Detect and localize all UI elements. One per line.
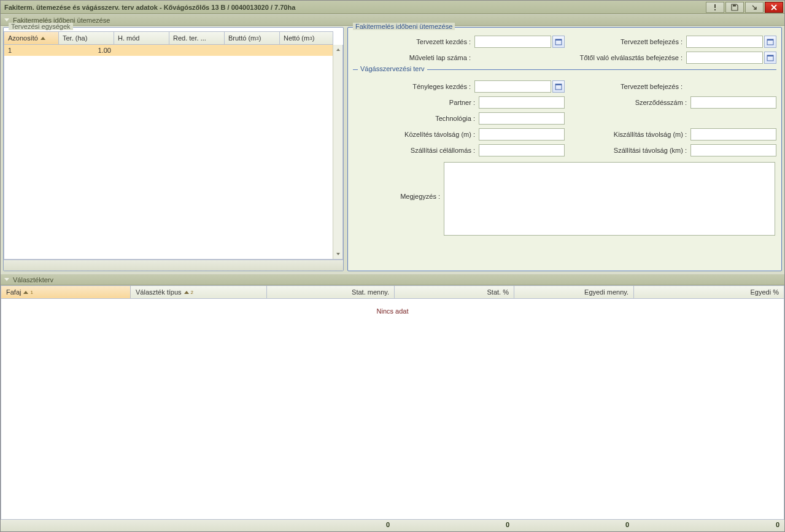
- section-title-2: Választékterv: [13, 276, 53, 283]
- exclamation-icon: [711, 4, 719, 11]
- scroll-up-icon[interactable]: [333, 45, 342, 55]
- scheduling-form-legend: Fakitermelés időbeni ütemezése: [353, 23, 455, 30]
- label-ship-distance: Szállítási távolság (km) :: [565, 147, 690, 154]
- save-button[interactable]: [725, 2, 744, 13]
- label-planned-start: Tervezett kezdés :: [353, 38, 474, 45]
- technology-input[interactable]: [479, 112, 565, 125]
- assortment-grid-header: Fafaj1 Választék típus2 Stat. menny. Sta…: [1, 285, 784, 299]
- calendar-icon: [767, 54, 774, 61]
- svg-rect-0: [714, 4, 716, 8]
- units-grid-header: Azonosító Ter. (ha) H. mód Red. ter. ...…: [4, 31, 343, 45]
- calendar-icon: [555, 38, 562, 45]
- planned-end-input[interactable]: [686, 36, 763, 48]
- sort-asc-icon: [184, 291, 189, 294]
- units-panel: Tervezési egységek Azonosító Ter. (ha) H…: [3, 27, 344, 271]
- units-grid-footer: [4, 260, 343, 271]
- no-data-label: Nincs adat: [1, 299, 784, 315]
- minimize-button[interactable]: [745, 2, 764, 13]
- col-stat-pct[interactable]: Stat. %: [395, 285, 514, 299]
- approach-distance-input[interactable]: [479, 128, 565, 141]
- contract-input[interactable]: [690, 96, 776, 109]
- partner-input[interactable]: [479, 96, 565, 109]
- label-planned-end: Tervezett befejezés :: [565, 38, 686, 45]
- sort-asc-icon: [23, 291, 28, 294]
- scheduling-form-panel: Fakitermelés időbeni ütemezése Tervezett…: [347, 27, 782, 271]
- cut-completion-input[interactable]: [686, 52, 763, 64]
- sort-asc-icon: [41, 37, 45, 40]
- section-header-assortment[interactable]: Választékterv: [1, 274, 784, 285]
- units-grid-body[interactable]: 1 1.00: [4, 45, 343, 260]
- collapse-icon: [4, 278, 9, 281]
- out-distance-input[interactable]: [690, 128, 776, 141]
- col-azonosito[interactable]: Azonosító: [4, 31, 59, 45]
- arrow-down-right-icon: [751, 4, 758, 11]
- col-ter[interactable]: Ter. (ha): [59, 31, 114, 45]
- collapse-icon: [4, 18, 9, 21]
- alert-button[interactable]: [706, 2, 724, 13]
- actual-start-calendar[interactable]: [552, 80, 565, 93]
- vertical-scrollbar[interactable]: [333, 45, 342, 259]
- footer-egyedi-pct: 0: [634, 520, 784, 531]
- col-stat-menny[interactable]: Stat. menny.: [267, 285, 395, 299]
- svg-rect-10: [555, 84, 562, 85]
- svg-rect-1: [714, 9, 716, 10]
- label-cut-completion: Tőtől való elválasztás befejezése :: [565, 54, 686, 61]
- scroll-down-icon[interactable]: [333, 249, 342, 259]
- col-fafaj[interactable]: Fafaj1: [1, 285, 131, 299]
- col-egyedi-pct[interactable]: Egyedi %: [634, 285, 784, 299]
- footer-egyedi-menny: 0: [514, 520, 634, 531]
- svg-rect-8: [767, 55, 773, 56]
- label-planned-end2: Tervezett befejezés :: [565, 83, 686, 90]
- destination-input[interactable]: [479, 144, 565, 156]
- cutting-plan-panel: Vágásszervezési terv Tényleges kezdés : …: [353, 69, 776, 266]
- label-out-distance: Kiszállítás távolság (m) :: [565, 131, 690, 138]
- svg-rect-4: [555, 39, 562, 40]
- units-legend: Tervezési egységek: [9, 23, 73, 30]
- floppy-icon: [731, 4, 738, 11]
- planned-start-calendar[interactable]: [552, 36, 565, 48]
- table-row[interactable]: 1 1.00: [4, 45, 342, 56]
- close-button[interactable]: [765, 2, 783, 13]
- calendar-icon: [555, 83, 562, 90]
- cutting-plan-legend: Vágásszervezési terv: [358, 65, 427, 72]
- col-redter[interactable]: Red. ter. ...: [169, 31, 225, 45]
- label-technology: Technológia :: [353, 115, 479, 122]
- assortment-grid-footer: 0 0 0 0: [1, 519, 784, 531]
- planned-end-calendar[interactable]: [764, 36, 776, 48]
- col-hmod[interactable]: H. mód: [114, 31, 169, 45]
- cell-id: 1: [4, 47, 60, 54]
- assortment-grid-body[interactable]: Nincs adat: [1, 299, 784, 519]
- label-note: Megjegyzés :: [353, 162, 444, 200]
- svg-rect-6: [767, 39, 773, 40]
- close-icon: [770, 4, 778, 11]
- footer-stat-pct: 0: [395, 520, 514, 531]
- label-partner: Partner :: [353, 99, 479, 106]
- ship-distance-input[interactable]: [690, 144, 776, 156]
- calendar-icon: [767, 38, 774, 45]
- label-sheet-number: Műveleti lap száma :: [353, 54, 474, 61]
- titlebar: Fakiterm. ütemezése és vágásszerv. terv …: [1, 1, 784, 14]
- footer-stat-menny: 0: [267, 520, 395, 531]
- col-netto[interactable]: Nettó (m3): [280, 31, 333, 45]
- label-contract: Szerződésszám :: [565, 99, 690, 106]
- label-destination: Szállítási célállomás :: [353, 147, 479, 154]
- actual-start-input[interactable]: [474, 80, 551, 93]
- cut-completion-calendar[interactable]: [764, 52, 776, 64]
- label-approach-distance: Közelítés távolság (m) :: [353, 131, 479, 138]
- svg-rect-2: [733, 4, 736, 6]
- col-egyedi-menny[interactable]: Egyedi menny.: [514, 285, 634, 299]
- note-textarea[interactable]: [444, 162, 775, 236]
- window-title: Fakiterm. ütemezése és vágásszerv. terv …: [4, 4, 295, 11]
- col-brutto[interactable]: Bruttó (m3): [225, 31, 280, 45]
- cell-ter: 1.00: [60, 47, 115, 54]
- col-valasztek-tipus[interactable]: Választék típus2: [131, 285, 267, 299]
- planned-start-input[interactable]: [474, 36, 551, 48]
- label-actual-start: Tényleges kezdés :: [353, 83, 474, 90]
